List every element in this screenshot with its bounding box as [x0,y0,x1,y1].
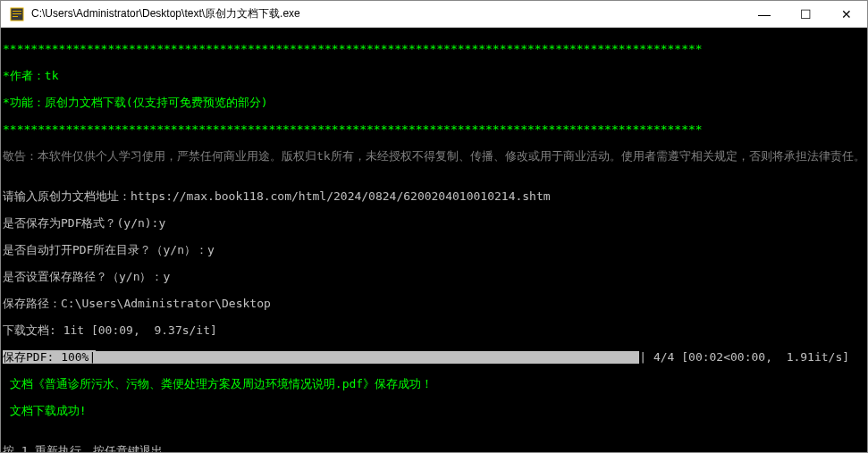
prompt-open: 是否自动打开PDF所在目录？（y/n）：y [3,243,865,256]
svg-rect-1 [13,11,21,12]
save-path: 保存路径：C:\Users\Administrator\Desktop [3,297,865,310]
warning-text: 敬告：本软件仅供个人学习使用，严禁任何商业用途。版权归tk所有，未经授权不得复制… [3,149,865,163]
download-ok: 文档下载成功! [3,404,865,417]
window-title: C:\Users\Administrator\Desktop\text\原创力文… [31,6,744,21]
app-icon [8,5,26,23]
separator-top: ****************************************… [3,42,865,55]
app-window: C:\Users\Administrator\Desktop\text\原创力文… [0,0,868,453]
author-line: *作者：tk [3,69,865,82]
maximize-button[interactable]: ☐ [785,1,826,27]
title-bar[interactable]: C:\Users\Administrator\Desktop\text\原创力文… [1,1,867,28]
minimize-button[interactable]: — [744,1,785,27]
window-controls: — ☐ ✕ [744,1,867,27]
minimize-icon: — [758,7,771,21]
close-button[interactable]: ✕ [826,1,867,27]
save-pdf-stats: | 4/4 [00:02<00:00, 1.91it/s] [639,350,849,364]
maximize-icon: ☐ [800,7,812,21]
progress-bar-fill [96,351,639,364]
save-pdf-progress: 保存PDF: 100%|| 4/4 [00:02<00:00, 1.91it/s… [3,350,865,364]
again-prompt: 按 1 重新执行，按任意键退出 [3,444,865,452]
prompt-path: 是否设置保存路径？（y/n）：y [3,270,865,283]
save-pdf-label: 保存PDF: 100%| [3,350,96,364]
saved-ok: 文档《普通诊所污水、污物、粪便处理方案及周边环境情况说明.pdf》保存成功！ [3,377,865,390]
close-icon: ✕ [841,7,852,21]
terminal-output[interactable]: ****************************************… [1,28,867,452]
feature-line: *功能：原创力文档下载(仅支持可免费预览的部分) [3,96,865,109]
svg-rect-3 [13,16,18,17]
separator-bottom: ****************************************… [3,122,865,136]
prompt-pdf: 是否保存为PDF格式？(y/n):y [3,216,865,230]
prompt-url: 请输入原创力文档地址：https://max.book118.com/html/… [3,189,865,203]
svg-rect-2 [13,13,21,14]
download-progress: 下载文档: 1it [00:09, 9.37s/it] [3,323,865,337]
